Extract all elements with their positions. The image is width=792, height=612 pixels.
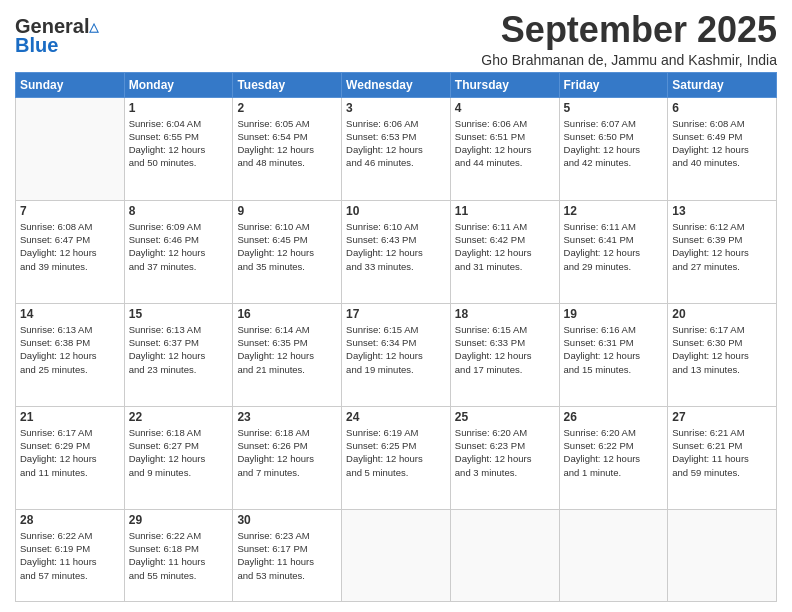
day-number: 6	[672, 101, 772, 115]
day-number: 18	[455, 307, 555, 321]
day-info: Sunrise: 6:19 AM Sunset: 6:25 PM Dayligh…	[346, 426, 446, 479]
day-info: Sunrise: 6:21 AM Sunset: 6:21 PM Dayligh…	[672, 426, 772, 479]
table-row: 20Sunrise: 6:17 AM Sunset: 6:30 PM Dayli…	[668, 303, 777, 406]
table-row: 26Sunrise: 6:20 AM Sunset: 6:22 PM Dayli…	[559, 406, 668, 509]
table-row: 4Sunrise: 6:06 AM Sunset: 6:51 PM Daylig…	[450, 97, 559, 200]
table-row: 14Sunrise: 6:13 AM Sunset: 6:38 PM Dayli…	[16, 303, 125, 406]
day-info: Sunrise: 6:11 AM Sunset: 6:41 PM Dayligh…	[564, 220, 664, 273]
table-row: 13Sunrise: 6:12 AM Sunset: 6:39 PM Dayli…	[668, 200, 777, 303]
col-monday: Monday	[124, 72, 233, 97]
day-info: Sunrise: 6:09 AM Sunset: 6:46 PM Dayligh…	[129, 220, 229, 273]
day-number: 1	[129, 101, 229, 115]
day-info: Sunrise: 6:13 AM Sunset: 6:37 PM Dayligh…	[129, 323, 229, 376]
day-number: 14	[20, 307, 120, 321]
day-info: Sunrise: 6:20 AM Sunset: 6:23 PM Dayligh…	[455, 426, 555, 479]
day-info: Sunrise: 6:12 AM Sunset: 6:39 PM Dayligh…	[672, 220, 772, 273]
table-row: 17Sunrise: 6:15 AM Sunset: 6:34 PM Dayli…	[342, 303, 451, 406]
day-number: 25	[455, 410, 555, 424]
day-info: Sunrise: 6:14 AM Sunset: 6:35 PM Dayligh…	[237, 323, 337, 376]
day-number: 20	[672, 307, 772, 321]
table-row: 19Sunrise: 6:16 AM Sunset: 6:31 PM Dayli…	[559, 303, 668, 406]
day-info: Sunrise: 6:22 AM Sunset: 6:19 PM Dayligh…	[20, 529, 120, 582]
day-number: 29	[129, 513, 229, 527]
calendar: Sunday Monday Tuesday Wednesday Thursday…	[15, 72, 777, 602]
day-number: 5	[564, 101, 664, 115]
table-row: 1Sunrise: 6:04 AM Sunset: 6:55 PM Daylig…	[124, 97, 233, 200]
day-info: Sunrise: 6:08 AM Sunset: 6:49 PM Dayligh…	[672, 117, 772, 170]
day-info: Sunrise: 6:20 AM Sunset: 6:22 PM Dayligh…	[564, 426, 664, 479]
day-number: 19	[564, 307, 664, 321]
table-row: 11Sunrise: 6:11 AM Sunset: 6:42 PM Dayli…	[450, 200, 559, 303]
table-row	[668, 509, 777, 601]
table-row: 6Sunrise: 6:08 AM Sunset: 6:49 PM Daylig…	[668, 97, 777, 200]
table-row: 28Sunrise: 6:22 AM Sunset: 6:19 PM Dayli…	[16, 509, 125, 601]
day-number: 16	[237, 307, 337, 321]
day-number: 9	[237, 204, 337, 218]
day-info: Sunrise: 6:05 AM Sunset: 6:54 PM Dayligh…	[237, 117, 337, 170]
table-row	[342, 509, 451, 601]
day-info: Sunrise: 6:17 AM Sunset: 6:29 PM Dayligh…	[20, 426, 120, 479]
day-info: Sunrise: 6:15 AM Sunset: 6:34 PM Dayligh…	[346, 323, 446, 376]
day-number: 28	[20, 513, 120, 527]
day-info: Sunrise: 6:23 AM Sunset: 6:17 PM Dayligh…	[237, 529, 337, 582]
day-number: 12	[564, 204, 664, 218]
col-sunday: Sunday	[16, 72, 125, 97]
day-info: Sunrise: 6:11 AM Sunset: 6:42 PM Dayligh…	[455, 220, 555, 273]
table-row: 2Sunrise: 6:05 AM Sunset: 6:54 PM Daylig…	[233, 97, 342, 200]
day-number: 24	[346, 410, 446, 424]
day-number: 23	[237, 410, 337, 424]
day-number: 8	[129, 204, 229, 218]
day-number: 10	[346, 204, 446, 218]
logo-blue: Blue	[15, 34, 58, 57]
day-info: Sunrise: 6:13 AM Sunset: 6:38 PM Dayligh…	[20, 323, 120, 376]
table-row	[559, 509, 668, 601]
table-row: 21Sunrise: 6:17 AM Sunset: 6:29 PM Dayli…	[16, 406, 125, 509]
day-info: Sunrise: 6:15 AM Sunset: 6:33 PM Dayligh…	[455, 323, 555, 376]
logo-bird-icon: ▵	[89, 14, 99, 38]
table-row: 23Sunrise: 6:18 AM Sunset: 6:26 PM Dayli…	[233, 406, 342, 509]
table-row: 3Sunrise: 6:06 AM Sunset: 6:53 PM Daylig…	[342, 97, 451, 200]
table-row	[450, 509, 559, 601]
page: General ▵ Blue September 2025 Gho Brahma…	[0, 0, 792, 612]
day-info: Sunrise: 6:06 AM Sunset: 6:51 PM Dayligh…	[455, 117, 555, 170]
day-number: 11	[455, 204, 555, 218]
table-row: 22Sunrise: 6:18 AM Sunset: 6:27 PM Dayli…	[124, 406, 233, 509]
day-info: Sunrise: 6:07 AM Sunset: 6:50 PM Dayligh…	[564, 117, 664, 170]
col-wednesday: Wednesday	[342, 72, 451, 97]
day-number: 13	[672, 204, 772, 218]
day-number: 4	[455, 101, 555, 115]
header: General ▵ Blue September 2025 Gho Brahma…	[15, 10, 777, 68]
day-number: 3	[346, 101, 446, 115]
table-row: 8Sunrise: 6:09 AM Sunset: 6:46 PM Daylig…	[124, 200, 233, 303]
day-number: 2	[237, 101, 337, 115]
logo: General ▵ Blue	[15, 14, 99, 57]
title-block: September 2025 Gho Brahmanan de, Jammu a…	[481, 10, 777, 68]
day-info: Sunrise: 6:17 AM Sunset: 6:30 PM Dayligh…	[672, 323, 772, 376]
table-row: 9Sunrise: 6:10 AM Sunset: 6:45 PM Daylig…	[233, 200, 342, 303]
month-title: September 2025	[481, 10, 777, 50]
table-row	[16, 97, 125, 200]
table-row: 15Sunrise: 6:13 AM Sunset: 6:37 PM Dayli…	[124, 303, 233, 406]
day-number: 15	[129, 307, 229, 321]
day-info: Sunrise: 6:10 AM Sunset: 6:45 PM Dayligh…	[237, 220, 337, 273]
day-info: Sunrise: 6:18 AM Sunset: 6:26 PM Dayligh…	[237, 426, 337, 479]
col-saturday: Saturday	[668, 72, 777, 97]
table-row: 5Sunrise: 6:07 AM Sunset: 6:50 PM Daylig…	[559, 97, 668, 200]
table-row: 16Sunrise: 6:14 AM Sunset: 6:35 PM Dayli…	[233, 303, 342, 406]
day-number: 26	[564, 410, 664, 424]
day-info: Sunrise: 6:22 AM Sunset: 6:18 PM Dayligh…	[129, 529, 229, 582]
table-row: 12Sunrise: 6:11 AM Sunset: 6:41 PM Dayli…	[559, 200, 668, 303]
table-row: 7Sunrise: 6:08 AM Sunset: 6:47 PM Daylig…	[16, 200, 125, 303]
day-info: Sunrise: 6:08 AM Sunset: 6:47 PM Dayligh…	[20, 220, 120, 273]
table-row: 30Sunrise: 6:23 AM Sunset: 6:17 PM Dayli…	[233, 509, 342, 601]
day-info: Sunrise: 6:04 AM Sunset: 6:55 PM Dayligh…	[129, 117, 229, 170]
table-row: 27Sunrise: 6:21 AM Sunset: 6:21 PM Dayli…	[668, 406, 777, 509]
day-number: 22	[129, 410, 229, 424]
day-number: 30	[237, 513, 337, 527]
col-tuesday: Tuesday	[233, 72, 342, 97]
day-info: Sunrise: 6:16 AM Sunset: 6:31 PM Dayligh…	[564, 323, 664, 376]
subtitle: Gho Brahmanan de, Jammu and Kashmir, Ind…	[481, 52, 777, 68]
day-number: 27	[672, 410, 772, 424]
table-row: 10Sunrise: 6:10 AM Sunset: 6:43 PM Dayli…	[342, 200, 451, 303]
table-row: 24Sunrise: 6:19 AM Sunset: 6:25 PM Dayli…	[342, 406, 451, 509]
